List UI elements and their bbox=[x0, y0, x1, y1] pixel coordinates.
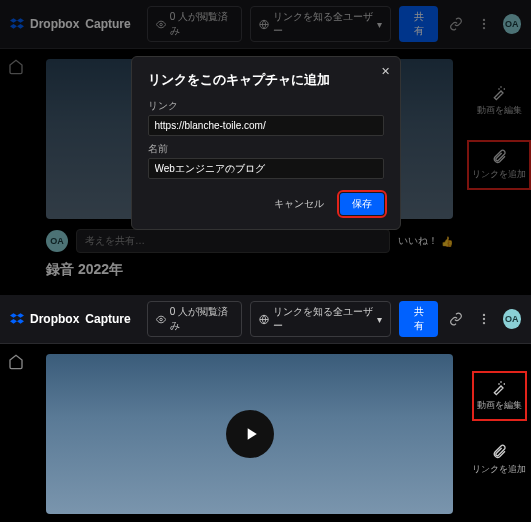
svg-point-8 bbox=[483, 318, 485, 320]
link-icon-button[interactable] bbox=[446, 308, 466, 330]
svg-point-4 bbox=[483, 27, 485, 29]
edit-video-button[interactable]: 動画を編集 bbox=[475, 79, 524, 123]
avatar[interactable]: OA bbox=[503, 309, 521, 329]
link-icon bbox=[449, 17, 463, 31]
link-label: リンク bbox=[148, 99, 384, 113]
more-vertical-icon bbox=[477, 312, 491, 326]
views-text: 0 人が閲覧済み bbox=[170, 10, 233, 38]
brand-product: Capture bbox=[85, 17, 130, 31]
add-link-button[interactable]: リンクを追加 bbox=[470, 438, 528, 482]
svg-point-0 bbox=[159, 23, 162, 26]
brand: Dropbox Capture bbox=[10, 17, 131, 31]
views-pill[interactable]: 0 人が閲覧済み bbox=[147, 301, 242, 337]
access-text: リンクを知る全ユーザー bbox=[273, 305, 374, 333]
link-icon-button[interactable] bbox=[446, 13, 466, 35]
name-label: 名前 bbox=[148, 142, 384, 156]
chevron-down-icon: ▾ bbox=[377, 19, 382, 30]
svg-point-7 bbox=[483, 314, 485, 316]
comment-input[interactable]: 考えを共有… bbox=[76, 229, 390, 253]
edit-video-button[interactable]: 動画を編集 bbox=[475, 374, 524, 418]
cancel-button[interactable]: キャンセル bbox=[266, 193, 332, 215]
link-input[interactable] bbox=[148, 115, 384, 136]
edit-video-label: 動画を編集 bbox=[477, 400, 522, 412]
globe-icon bbox=[259, 314, 269, 325]
views-text: 0 人が閲覧済み bbox=[170, 305, 233, 333]
brand-name: Dropbox bbox=[30, 17, 79, 31]
share-button[interactable]: 共有 bbox=[399, 6, 437, 42]
svg-point-2 bbox=[483, 19, 485, 21]
modal-title: リンクをこのキャプチャに追加 bbox=[148, 71, 384, 89]
close-icon[interactable]: ✕ bbox=[381, 65, 390, 78]
play-button[interactable] bbox=[226, 410, 274, 458]
svg-point-9 bbox=[483, 322, 485, 324]
share-button[interactable]: 共有 bbox=[399, 301, 437, 337]
add-link-button[interactable]: リンクを追加 bbox=[470, 143, 528, 187]
chevron-down-icon: ▾ bbox=[377, 314, 382, 325]
home-icon[interactable] bbox=[8, 354, 24, 372]
link-icon bbox=[449, 312, 463, 326]
edit-video-label: 動画を編集 bbox=[477, 105, 522, 117]
add-link-label: リンクを追加 bbox=[472, 464, 526, 476]
video-title: 録音 2022年 bbox=[46, 261, 453, 279]
add-link-label: リンクを追加 bbox=[472, 169, 526, 181]
brand-name: Dropbox bbox=[30, 312, 79, 326]
dropbox-icon bbox=[10, 312, 24, 326]
globe-icon bbox=[259, 19, 269, 30]
nice-label: いいね！ bbox=[398, 234, 438, 248]
save-button[interactable]: 保存 bbox=[340, 193, 384, 215]
video-thumbnail[interactable] bbox=[46, 354, 453, 514]
eye-icon bbox=[156, 19, 166, 30]
brand-product: Capture bbox=[85, 312, 130, 326]
home-icon[interactable] bbox=[8, 59, 24, 77]
svg-point-3 bbox=[483, 23, 485, 25]
add-link-modal: ✕ リンクをこのキャプチャに追加 リンク 名前 キャンセル 保存 bbox=[131, 56, 401, 230]
more-icon-button[interactable] bbox=[474, 13, 494, 35]
access-pill[interactable]: リンクを知る全ユーザー ▾ bbox=[250, 6, 392, 42]
brand: Dropbox Capture bbox=[10, 312, 131, 326]
eye-icon bbox=[156, 314, 166, 325]
nice-reaction[interactable]: いいね！ 👍 bbox=[398, 234, 453, 248]
avatar[interactable]: OA bbox=[503, 14, 521, 34]
wand-icon bbox=[491, 85, 507, 101]
wand-icon bbox=[491, 380, 507, 396]
play-icon bbox=[241, 424, 261, 444]
name-input[interactable] bbox=[148, 158, 384, 179]
more-vertical-icon bbox=[477, 17, 491, 31]
avatar: OA bbox=[46, 230, 68, 252]
attachment-icon bbox=[491, 149, 507, 165]
svg-point-5 bbox=[159, 318, 162, 321]
more-icon-button[interactable] bbox=[474, 308, 494, 330]
dropbox-icon bbox=[10, 17, 24, 31]
attachment-icon bbox=[491, 444, 507, 460]
access-pill[interactable]: リンクを知る全ユーザー ▾ bbox=[250, 301, 392, 337]
access-text: リンクを知る全ユーザー bbox=[273, 10, 374, 38]
views-pill[interactable]: 0 人が閲覧済み bbox=[147, 6, 242, 42]
